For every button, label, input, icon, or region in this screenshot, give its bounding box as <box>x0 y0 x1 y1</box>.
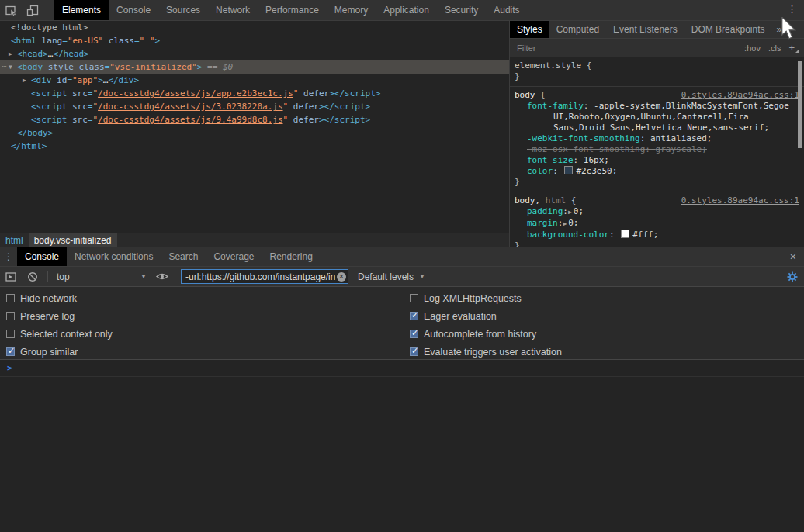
css-property-color[interactable]: color: #2c3e50; <box>515 166 799 177</box>
console-setting-preserve-log[interactable]: Preserve log <box>6 307 113 325</box>
dom-tree-row[interactable]: </body> <box>0 126 509 140</box>
tree-expand-closed-icon[interactable]: ▶ <box>9 47 12 60</box>
color-swatch[interactable] <box>564 166 573 174</box>
styles-tab-strip: » StylesComputedEvent ListenersDOM Break… <box>510 21 804 39</box>
rule-selector[interactable]: element.style { <box>515 60 799 71</box>
dom-tree-row[interactable]: <script src="/doc-csstdg4/assets/js/9.4a… <box>0 113 509 126</box>
css-property-font-family[interactable]: font-family: -apple-system,BlinkMacSyste… <box>515 101 799 133</box>
checkbox-evaluate-triggers-user-activation[interactable] <box>410 347 418 356</box>
checkbox-autocomplete-from-history[interactable] <box>410 330 418 338</box>
drawer-tab-network-conditions[interactable]: Network conditions <box>67 247 161 266</box>
row-options-dots-icon[interactable]: ⋯ <box>2 60 7 72</box>
console-filter-input[interactable] <box>182 271 337 282</box>
toggle-class-button[interactable]: .cls <box>768 43 781 53</box>
css-property-font-size[interactable]: font-size: 16px; <box>515 155 799 166</box>
main-tab-audits[interactable]: Audits <box>486 0 527 20</box>
console-setting-log-xmlhttprequests[interactable]: Log XMLHttpRequests <box>410 289 562 307</box>
dom-tree-row[interactable]: ▶<head>…</head> <box>0 47 509 60</box>
checkbox-group-similar[interactable] <box>6 347 15 356</box>
css-property-padding[interactable]: padding:▶0; <box>515 206 799 218</box>
stylesheet-source-link[interactable]: 0.styles.89ae94ac.css:1 <box>681 195 799 206</box>
checkbox-hide-network[interactable] <box>6 294 15 302</box>
execution-context-selector[interactable]: top ▼ <box>52 271 151 282</box>
drawer-tab-coverage[interactable]: Coverage <box>206 247 262 266</box>
console-setting-eager-evaluation[interactable]: Eager evaluation <box>410 307 562 325</box>
stylesheet-source-link[interactable]: 0.styles.89ae94ac.css:1 <box>681 90 799 101</box>
settings-column-left: Hide networkPreserve logSelected context… <box>6 289 113 361</box>
drawer-tab-rendering[interactable]: Rendering <box>262 247 320 266</box>
live-expression-eye-icon[interactable] <box>151 267 173 287</box>
resource-link[interactable]: /doc-csstdg4/assets/js/3.0238220a.js <box>98 102 282 112</box>
styles-tab-event-listeners[interactable]: Event Listeners <box>606 21 684 38</box>
resource-link[interactable]: /doc-csstdg4/assets/js/app.e2b3ec1c.js <box>98 88 293 98</box>
devtools-menu-icon[interactable]: ⋮ <box>780 0 804 20</box>
styles-tab-computed[interactable]: Computed <box>549 21 606 38</box>
dom-tree-row[interactable]: ▶<div id="app">…</div> <box>0 74 509 87</box>
resource-link[interactable]: /doc-csstdg4/assets/js/9.4a99d8c8.js <box>98 115 282 125</box>
dom-tree-row[interactable]: ⋯▼<body style class="vsc-initialized"> =… <box>0 60 509 74</box>
console-drawer: ⋮ × ConsoleNetwork conditionsSearchCover… <box>0 247 804 532</box>
clear-filter-icon[interactable]: × <box>337 272 346 282</box>
checkbox-preserve-log[interactable] <box>6 312 15 320</box>
console-setting-selected-context-only[interactable]: Selected context only <box>6 325 113 343</box>
console-input-row[interactable]: > <box>0 360 804 377</box>
main-tab-security[interactable]: Security <box>437 0 486 20</box>
dom-tree-row[interactable]: </html> <box>0 140 509 153</box>
clear-console-icon[interactable] <box>22 267 43 287</box>
device-toolbar-icon[interactable] <box>22 0 43 20</box>
console-sidebar-toggle-icon[interactable] <box>0 267 22 287</box>
main-tab-sources[interactable]: Sources <box>158 0 208 20</box>
main-tab-application[interactable]: Application <box>376 0 437 20</box>
console-setting-evaluate-triggers-user-activation[interactable]: Evaluate triggers user activation <box>410 343 562 361</box>
log-levels-selector[interactable]: Default levels ▼ <box>348 271 435 282</box>
tree-expand-open-icon[interactable]: ▼ <box>9 60 12 74</box>
checkbox-eager-evaluation[interactable] <box>410 312 418 320</box>
checkbox-log-xmlhttprequests[interactable] <box>410 294 418 302</box>
console-setting-group-similar[interactable]: Group similar <box>6 343 113 361</box>
rule-selector[interactable]: 0.styles.89ae94ac.css:1body, html { <box>515 195 799 206</box>
rule-selector[interactable]: 0.styles.89ae94ac.css:1body { <box>515 90 799 101</box>
styles-tab-dom-breakpoints[interactable]: DOM Breakpoints <box>684 21 772 38</box>
toggle-hover-state-button[interactable]: :hov <box>744 43 761 53</box>
drawer-tab-search[interactable]: Search <box>161 247 206 266</box>
setting-label: Group similar <box>20 347 78 358</box>
drawer-tab-strip: ⋮ × ConsoleNetwork conditionsSearchCover… <box>0 247 804 267</box>
drawer-tab-console[interactable]: Console <box>17 247 67 266</box>
more-tabs-icon[interactable]: » <box>776 21 781 38</box>
expand-value-icon[interactable]: ▶ <box>568 209 572 216</box>
styles-tab-styles[interactable]: Styles <box>510 21 549 38</box>
color-swatch[interactable] <box>621 230 629 238</box>
devtools-window: ElementsConsoleSourcesNetworkPerformance… <box>0 0 804 532</box>
drawer-menu-icon[interactable]: ⋮ <box>0 247 17 266</box>
console-setting-autocomplete-from-history[interactable]: Autocomplete from history <box>410 325 562 343</box>
dom-tree-row[interactable]: <script src="/doc-csstdg4/assets/js/app.… <box>0 87 509 100</box>
main-tab-performance[interactable]: Performance <box>258 0 327 20</box>
css-property-margin[interactable]: margin:▶0; <box>515 218 799 230</box>
close-drawer-icon[interactable]: × <box>782 247 804 266</box>
console-setting-hide-network[interactable]: Hide network <box>6 289 113 307</box>
breadcrumb-item-html[interactable]: html <box>0 233 29 247</box>
styles-filter-bar: :hov .cls + <box>510 39 804 57</box>
console-settings-gear-icon[interactable] <box>781 271 804 282</box>
tree-expand-closed-icon[interactable]: ▶ <box>23 74 26 87</box>
dom-tree-row[interactable]: <html lang="en-US" class=" "> <box>0 34 509 47</box>
styles-scrollbar[interactable] <box>798 61 802 148</box>
css-property-webkit-font-smoothing[interactable]: -webkit-font-smoothing: antialiased; <box>515 133 799 144</box>
dom-tree-row[interactable]: <!doctype html> <box>0 21 509 34</box>
rule-close-brace: } <box>515 71 799 82</box>
rule-close-brace: } <box>515 240 799 247</box>
styles-filter-input[interactable] <box>515 43 736 54</box>
new-style-rule-button[interactable]: + <box>788 42 799 54</box>
main-tab-memory[interactable]: Memory <box>327 0 376 20</box>
main-tab-elements[interactable]: Elements <box>54 0 109 20</box>
dom-tree-row[interactable]: <script src="/doc-csstdg4/assets/js/3.02… <box>0 100 509 113</box>
css-property-background-color[interactable]: background-color: #fff; <box>515 230 799 240</box>
checkbox-selected-context-only[interactable] <box>6 330 15 338</box>
chevron-down-icon: ▼ <box>140 273 147 280</box>
main-tab-network[interactable]: Network <box>208 0 258 20</box>
main-tab-console[interactable]: Console <box>109 0 158 20</box>
breadcrumb-item-body-vsc-initialized[interactable]: body.vsc-initialized <box>29 233 117 247</box>
css-property-moz-osx-font-smoothing[interactable]: -moz-osx-font-smoothing: grayscale; <box>515 144 799 155</box>
expand-value-icon[interactable]: ▶ <box>563 220 567 227</box>
inspect-element-icon[interactable] <box>0 0 22 20</box>
